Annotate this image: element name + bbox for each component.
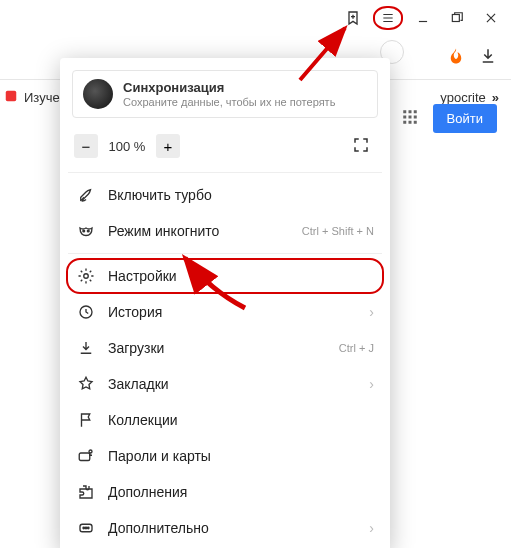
flame-icon[interactable] (447, 47, 465, 68)
svg-rect-3 (408, 110, 411, 113)
svg-rect-15 (79, 453, 90, 461)
menu-item-dots[interactable]: Дополнительно› (68, 510, 382, 546)
svg-point-20 (88, 527, 90, 529)
svg-rect-2 (403, 110, 406, 113)
sync-card[interactable]: Синхронизация Сохраните данные, чтобы их… (72, 70, 378, 118)
zoom-out-button[interactable]: − (74, 134, 98, 158)
login-button[interactable]: Войти (433, 104, 497, 133)
menu-item-gear[interactable]: Настройки (66, 258, 384, 294)
mask-icon (76, 222, 96, 240)
menu-item-label: Загрузки (108, 340, 327, 356)
svg-point-19 (85, 527, 87, 529)
svg-point-13 (84, 274, 89, 279)
svg-rect-1 (6, 90, 17, 101)
menu-item-clock[interactable]: История› (68, 294, 382, 330)
menu-item-label: Включить турбо (108, 187, 374, 203)
star-icon (76, 375, 96, 393)
menu-item-shortcut: Ctrl + Shift + N (302, 225, 374, 237)
main-menu-dropdown: Синхронизация Сохраните данные, чтобы их… (60, 58, 390, 548)
rocket-icon (76, 186, 96, 204)
sync-title: Синхронизация (123, 80, 335, 95)
avatar (83, 79, 113, 109)
sync-subtitle: Сохраните данные, чтобы их не потерять (123, 96, 335, 108)
menu-item-label: Дополнения (108, 484, 374, 500)
svg-rect-7 (413, 116, 416, 119)
menu-item-label: Коллекции (108, 412, 374, 428)
svg-rect-6 (408, 116, 411, 119)
svg-rect-8 (403, 121, 406, 124)
site-favicon (4, 89, 18, 106)
download-icon[interactable] (479, 47, 497, 68)
key-icon (76, 447, 96, 465)
menu-item-mask[interactable]: Режим инкогнитоCtrl + Shift + N (68, 213, 382, 249)
hamburger-menu-icon[interactable] (373, 6, 403, 30)
menu-item-flag[interactable]: Коллекции (68, 402, 382, 438)
bookmark-icon[interactable] (339, 4, 367, 32)
menu-item-label: Пароли и карты (108, 448, 374, 464)
chevron-right-icon: › (369, 304, 374, 320)
menu-item-rocket[interactable]: Включить турбо (68, 177, 382, 213)
close-button[interactable] (477, 4, 505, 32)
menu-item-download[interactable]: ЗагрузкиCtrl + J (68, 330, 382, 366)
menu-item-puzzle[interactable]: Дополнения (68, 474, 382, 510)
menu-item-label: Закладки (108, 376, 357, 392)
minimize-button[interactable] (409, 4, 437, 32)
svg-point-12 (87, 230, 89, 232)
dots-icon (76, 519, 96, 537)
svg-point-11 (83, 230, 85, 232)
svg-point-18 (83, 527, 85, 529)
menu-item-label: Режим инкогнито (108, 223, 290, 239)
menu-item-star[interactable]: Закладки› (68, 366, 382, 402)
menu-item-label: Настройки (108, 268, 374, 284)
svg-rect-4 (413, 110, 416, 113)
apps-grid-icon[interactable] (401, 108, 419, 129)
svg-rect-10 (413, 121, 416, 124)
fullscreen-icon[interactable] (352, 136, 376, 157)
clock-icon (76, 303, 96, 321)
gear-icon (76, 267, 96, 285)
bookmark-item-right[interactable]: ypocrite (440, 90, 486, 105)
maximize-button[interactable] (443, 4, 471, 32)
puzzle-icon (76, 483, 96, 501)
menu-item-key[interactable]: Пароли и карты (68, 438, 382, 474)
menu-item-label: История (108, 304, 357, 320)
svg-rect-5 (403, 116, 406, 119)
menu-item-shortcut: Ctrl + J (339, 342, 374, 354)
chevron-right-icon: › (369, 376, 374, 392)
download-icon (76, 339, 96, 357)
zoom-in-button[interactable]: + (156, 134, 180, 158)
menu-item-label: Дополнительно (108, 520, 357, 536)
zoom-value: 100 % (106, 139, 148, 154)
svg-rect-0 (452, 15, 459, 22)
chevron-right-icon: › (369, 520, 374, 536)
bookmarks-overflow[interactable]: » (492, 90, 499, 105)
svg-rect-9 (408, 121, 411, 124)
flag-icon (76, 411, 96, 429)
bookmark-item-left[interactable]: Изуче (24, 90, 60, 105)
